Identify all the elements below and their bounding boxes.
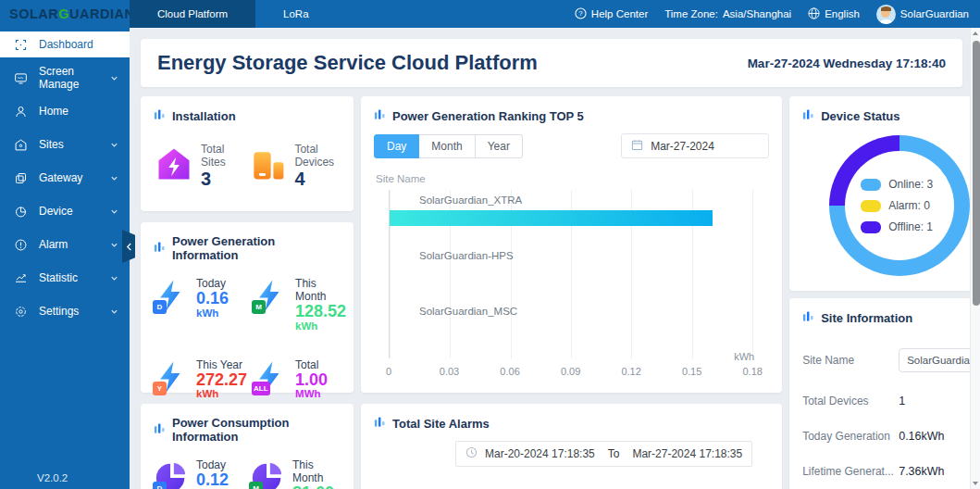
power-consumption-card: Power Consumption Information D Today0.1… — [141, 404, 354, 489]
sidebar-item-label: Home — [39, 105, 68, 118]
device-status-donut: Online: 3 Alarm: 0 Offline: 1 — [829, 135, 970, 276]
logo-text: UARDIAN — [69, 6, 134, 21]
chart-bars-icon — [802, 108, 814, 124]
sidebar-item-settings[interactable]: Settings — [0, 295, 130, 328]
sidebar-item-home[interactable]: Home — [0, 94, 130, 128]
card-title: Power Generation Ranking TOP 5 — [392, 109, 584, 123]
bar-category-label: SolarGuardian_MSC — [390, 306, 752, 317]
card-title-row: Device Status — [802, 108, 970, 124]
consumption-stats: D Today0.12kWh M This Month81.60kWh — [154, 458, 341, 489]
legend-label: Online: 3 — [888, 178, 933, 191]
total-site-alarms-card: Total Site Alarms Mar-20-2024 17:18:35 T… — [361, 404, 782, 489]
sidebar-item-statistic[interactable]: Statistic — [0, 261, 130, 295]
installation-card: Installation Total Sites 3 — [141, 96, 354, 211]
total-sites-stat: Total Sites 3 — [154, 143, 234, 189]
stat-value: 3 — [201, 169, 234, 189]
language-selector[interactable]: English — [808, 7, 860, 21]
scrollbar[interactable] — [970, 28, 980, 489]
chart-bars-icon — [374, 416, 386, 432]
period-badge: M — [249, 482, 263, 489]
help-center-link[interactable]: ? Help Center — [575, 7, 648, 21]
sidebar-item-label: Dashboard — [39, 38, 93, 51]
x-tick: 0.03 — [440, 366, 459, 377]
logo: SOLAR GUARDIAN — [0, 0, 130, 28]
app-window: SOLAR GUARDIAN Cloud Platform LoRa ? Hel… — [0, 0, 980, 489]
site-name-select[interactable]: SolarGuardian_XTRA — [899, 348, 970, 372]
period-badge: ALL — [252, 382, 270, 395]
tab-day[interactable]: Day — [374, 134, 419, 158]
sidebar: Dashboard Screen Manage Home Sites Gatew… — [0, 28, 130, 489]
sidebar-item-alarm[interactable]: Alarm — [0, 228, 130, 261]
user-menu[interactable]: SolarGuardian — [876, 5, 969, 24]
clock-icon — [465, 446, 478, 461]
timezone-value: Asia/Shanghai — [723, 8, 791, 19]
date-range-picker[interactable]: Mar-20-2024 17:18:35 To Mar-27-2024 17:1… — [455, 441, 752, 467]
card-title-row: Power Consumption Information — [154, 416, 341, 444]
period-badge: Y — [153, 382, 167, 395]
x-tick: 0.15 — [682, 366, 701, 377]
page-header: Energy Storage Service Cloud Platform Ma… — [141, 39, 962, 87]
chevron-down-icon — [110, 141, 118, 149]
scroll-down-icon[interactable] — [971, 478, 980, 489]
topbar-right: ? Help Center Time Zone: Asia/Shanghai E… — [575, 0, 980, 28]
stat-value: 81.60 — [292, 484, 341, 489]
tab-year[interactable]: Year — [476, 134, 523, 158]
scrollbar-thumb[interactable] — [973, 41, 980, 306]
tab-lora[interactable]: LoRa — [255, 0, 337, 28]
logo-text: SOLAR — [9, 6, 58, 21]
legend-online: Online: 3 — [861, 178, 933, 191]
stat-value: 1.00 — [295, 371, 328, 389]
stat-value: 128.52 — [295, 303, 346, 320]
card-title: Total Site Alarms — [392, 417, 490, 431]
page-title: Energy Storage Service Cloud Platform — [157, 51, 538, 75]
scroll-up-icon[interactable] — [971, 28, 980, 39]
card-title: Site Information — [821, 311, 912, 325]
total-devices-stat: Total Devices 4 — [247, 143, 341, 189]
tab-cloud-platform[interactable]: Cloud Platform — [130, 0, 255, 28]
stat-label: Total Sites — [201, 143, 234, 169]
field-value: 7.36kWh — [899, 465, 944, 478]
bar-category-label: SolarGuardian-HPS — [390, 250, 752, 261]
sidebar-item-label: Sites — [39, 138, 64, 151]
consumption-today: D Today0.12kWh — [154, 458, 244, 489]
field-label: Total Devices — [802, 395, 899, 408]
sidebar-item-gateway[interactable]: Gateway — [0, 161, 130, 194]
stat-unit: MWh — [295, 388, 328, 400]
user-avatar — [876, 5, 896, 24]
generation-this-month: M This Month128.52kWh — [253, 277, 346, 332]
legend-swatch — [861, 179, 881, 191]
bar-row: SolarGuardian_XTRA — [390, 190, 752, 245]
site-info-row: Total Devices 1 — [802, 395, 970, 408]
sidebar-item-label: Device — [39, 205, 73, 218]
dashboard-icon — [13, 37, 28, 52]
bar-chart: SolarGuardian_XTRA SolarGuardian-HPS Sol… — [389, 190, 752, 358]
x-tick: 0.06 — [500, 366, 519, 377]
sidebar-item-device[interactable]: Device — [0, 194, 130, 228]
site-info-row: Today Generation 0.16kWh — [802, 430, 970, 443]
legend-label: Alarm: 0 — [888, 199, 930, 212]
field-label: Lifetime Generat... — [802, 465, 899, 478]
generation-today: D Today0.16kWh — [154, 277, 247, 332]
sidebar-item-screen-manage[interactable]: Screen Manage — [0, 61, 130, 94]
legend-swatch — [861, 221, 881, 233]
tab-month[interactable]: Month — [419, 134, 475, 158]
chart-bars-icon — [802, 310, 814, 326]
sidebar-collapse-handle[interactable] — [122, 230, 135, 263]
timezone-label: Time Zone: — [664, 8, 718, 19]
stat-value: 0.16 — [196, 290, 229, 307]
chevron-down-icon — [110, 274, 118, 282]
sidebar-item-dashboard[interactable]: Dashboard — [0, 31, 130, 57]
consumption-this-month: M This Month81.60kWh — [250, 458, 341, 489]
timezone-selector[interactable]: Time Zone: Asia/Shanghai — [664, 8, 791, 19]
chevron-down-icon — [110, 74, 118, 82]
sidebar-item-label: Settings — [39, 305, 79, 318]
date-picker[interactable]: Mar-27-2024 — [621, 133, 769, 158]
legend-alarm: Alarm: 0 — [861, 199, 930, 212]
bar — [390, 210, 713, 226]
sidebar-item-sites[interactable]: Sites — [0, 128, 130, 161]
field-value: 1 — [899, 395, 905, 408]
date-value: Mar-27-2024 — [651, 140, 714, 153]
period-badge: M — [252, 300, 266, 314]
x-axis: 0 0.03 0.06 0.09 0.12 0.15 0.18 kWh — [389, 366, 752, 381]
bar-category-label: SolarGuardian_XTRA — [390, 194, 752, 206]
